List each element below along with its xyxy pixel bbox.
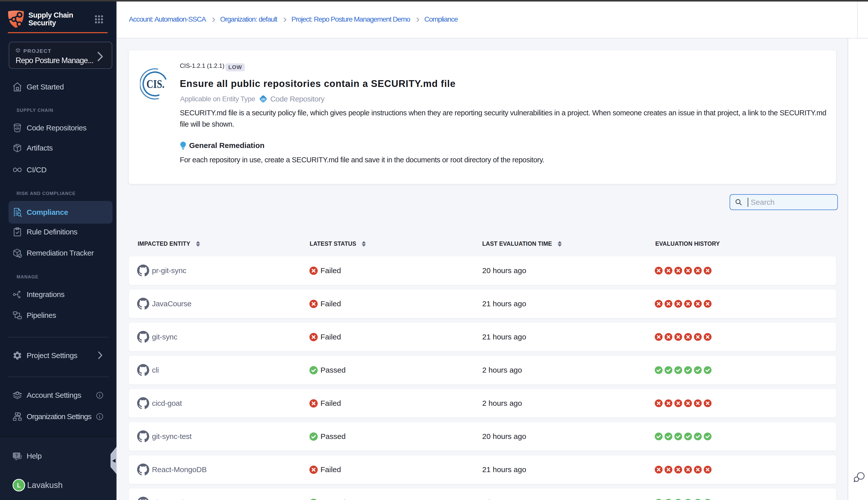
svg-text:CIS.: CIS.	[147, 78, 164, 90]
svg-text:</>: </>	[261, 98, 265, 101]
svg-text:?: ?	[15, 453, 18, 458]
